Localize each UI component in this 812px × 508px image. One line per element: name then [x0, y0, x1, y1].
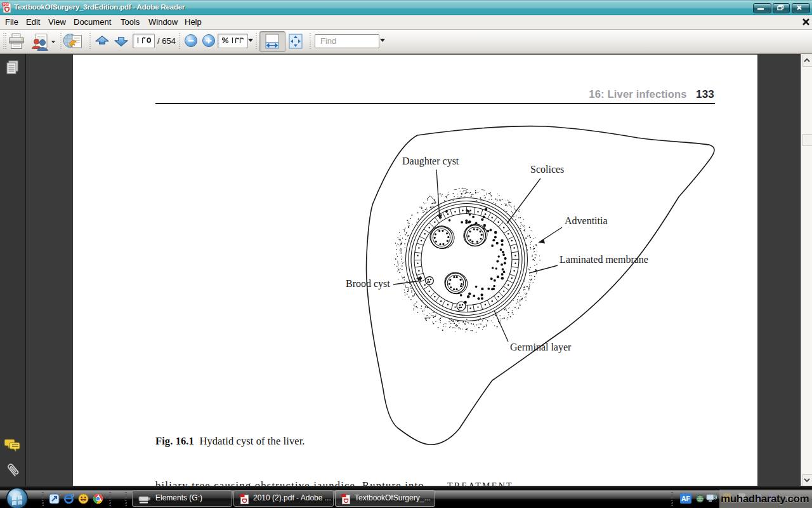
svg-text:PDF: PDF — [3, 3, 9, 6]
